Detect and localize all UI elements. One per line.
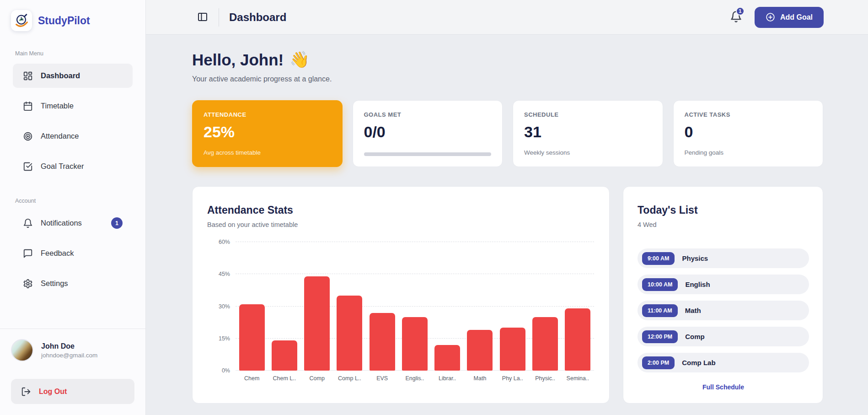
bar-evs[interactable]	[370, 313, 395, 371]
schedule-item-comp[interactable]: 12:00 PM Comp	[638, 327, 809, 346]
attendance-stats-card: Attendance Stats Based on your active ti…	[192, 186, 610, 404]
calendar-icon	[23, 101, 33, 111]
sidebar-item-label: Feedback	[41, 249, 74, 258]
stat-card-goals-met: GOALS MET 0/0	[353, 100, 503, 167]
stat-card-label: GOALS MET	[364, 111, 492, 118]
add-goal-button[interactable]: Add Goal	[755, 7, 824, 28]
bar-phy-la[interactable]	[500, 328, 525, 371]
time-badge: 11:00 AM	[642, 304, 678, 317]
user-profile[interactable]: John Doe johndoe@gmail.com	[11, 339, 134, 361]
class-name: Comp	[685, 333, 705, 340]
x-axis-label: Comp L..	[333, 375, 366, 382]
stat-card-label: SCHEDULE	[524, 111, 652, 118]
bar-math[interactable]	[467, 330, 493, 371]
topbar-divider	[219, 8, 219, 27]
sidebar: StudyPilot Main Menu Dashboard Timetable…	[0, 0, 146, 415]
user-meta: John Doe johndoe@gmail.com	[41, 342, 97, 359]
main-menu-label: Main Menu	[0, 50, 145, 57]
class-name: Math	[685, 307, 701, 314]
bar-slot	[268, 242, 300, 371]
gear-icon	[23, 279, 33, 289]
x-axis-label: Librar..	[431, 375, 464, 382]
bars	[236, 242, 594, 371]
logout-icon	[21, 387, 31, 397]
bar-slot	[464, 242, 496, 371]
stat-card-value: 25%	[204, 123, 331, 141]
todays-list-title: Today's List	[638, 204, 809, 216]
schedule-item-english[interactable]: 10:00 AM English	[638, 275, 809, 294]
todays-date: 4 Wed	[638, 221, 809, 228]
brand[interactable]: StudyPilot	[0, 10, 145, 31]
sidebar-item-dashboard[interactable]: Dashboard	[13, 64, 133, 88]
x-axis-label: Physic..	[529, 375, 561, 382]
message-icon	[23, 248, 33, 259]
y-axis-tick: 60%	[219, 239, 230, 245]
user-email: johndoe@gmail.com	[41, 352, 97, 359]
x-axis-labels: ChemChem L..CompComp L..EVSEnglis..Libra…	[236, 375, 594, 382]
sidebar-item-attendance[interactable]: Attendance	[13, 124, 133, 148]
bar-chem-l[interactable]	[272, 340, 297, 371]
brand-name: StudyPilot	[38, 15, 90, 27]
bar-librar[interactable]	[434, 345, 460, 371]
stat-cards-row: ATTENDANCE 25%Avg across timetableGOALS …	[192, 100, 823, 167]
circle-plus-icon	[766, 12, 775, 22]
bar-chem[interactable]	[239, 304, 265, 371]
schedule-item-math[interactable]: 11:00 AM Math	[638, 301, 809, 320]
topbar-actions: 1 Add Goal	[727, 7, 824, 28]
bar-semina[interactable]	[565, 308, 590, 371]
x-axis-label: Math	[464, 375, 496, 382]
time-badge: 12:00 PM	[642, 330, 678, 343]
account-menu: Notifications 1 Feedback Settings	[0, 211, 145, 296]
class-name: English	[685, 280, 710, 288]
greeting-subtitle: Your active academic progress at a glanc…	[192, 75, 823, 83]
y-axis-tick: 15%	[219, 335, 230, 342]
schedule-item-comp-lab[interactable]: 2:00 PM Comp Lab	[638, 353, 809, 372]
time-badge: 9:00 AM	[642, 252, 675, 265]
y-axis: 0%15%30%45%60%	[207, 242, 236, 371]
account-section-label: Account	[0, 198, 145, 204]
sidebar-item-goal-tracker[interactable]: Goal Tracker	[13, 154, 133, 178]
stat-card-subtext: Weekly sessions	[524, 149, 652, 156]
y-axis-tick: 30%	[219, 303, 230, 310]
notifications-bell-button[interactable]: 1	[727, 10, 741, 25]
dashboard-icon	[23, 71, 33, 81]
stat-card-value: 0	[685, 123, 812, 141]
y-axis-tick: 0%	[222, 367, 230, 374]
sidebar-item-feedback[interactable]: Feedback	[13, 241, 133, 265]
content: Hello, John! 👋 Your active academic prog…	[146, 35, 868, 415]
bar-comp[interactable]	[304, 276, 330, 371]
todays-list-card: Today's List 4 Wed 9:00 AM Physics 10:00…	[623, 186, 823, 404]
add-goal-label: Add Goal	[780, 13, 813, 22]
logout-button[interactable]: Log Out	[11, 379, 134, 404]
main-area: Dashboard 1	[146, 0, 868, 415]
sidebar-item-notifications[interactable]: Notifications 1	[13, 211, 133, 235]
time-badge: 10:00 AM	[642, 278, 678, 291]
sidebar-item-timetable[interactable]: Timetable	[13, 94, 133, 118]
stat-card-label: ACTIVE TASKS	[685, 111, 812, 118]
x-axis-label: EVS	[366, 375, 398, 382]
sidebar-item-settings[interactable]: Settings	[13, 271, 133, 296]
bar-comp-l[interactable]	[337, 296, 362, 371]
full-schedule-link[interactable]: Full Schedule	[702, 383, 744, 391]
time-badge: 2:00 PM	[642, 356, 675, 369]
logout-label: Log Out	[39, 388, 67, 396]
studypilot-logo-icon	[11, 10, 32, 31]
bar-slot	[562, 242, 594, 371]
bar-slot	[529, 242, 561, 371]
stat-card-active-tasks: ACTIVE TASKS 0Pending goals	[673, 100, 824, 167]
stat-card-schedule: SCHEDULE 31Weekly sessions	[513, 100, 663, 167]
greeting-title: Hello, John! 👋	[192, 50, 823, 69]
topbar: Dashboard 1	[146, 0, 868, 35]
target-icon	[23, 131, 33, 141]
bar-physic[interactable]	[532, 317, 558, 371]
y-axis-tick: 45%	[219, 271, 230, 277]
sidebar-item-label: Goal Tracker	[41, 162, 84, 171]
bar-slot	[236, 242, 268, 371]
bar-englis[interactable]	[402, 317, 428, 371]
class-name: Physics	[682, 254, 708, 262]
schedule-item-physics[interactable]: 9:00 AM Physics	[638, 248, 809, 268]
sidebar-toggle-button[interactable]	[197, 11, 209, 23]
page-title: Dashboard	[229, 11, 286, 24]
plot-column: ChemChem L..CompComp L..EVSEnglis..Libra…	[236, 242, 594, 382]
app-window: StudyPilot Main Menu Dashboard Timetable…	[0, 0, 868, 415]
